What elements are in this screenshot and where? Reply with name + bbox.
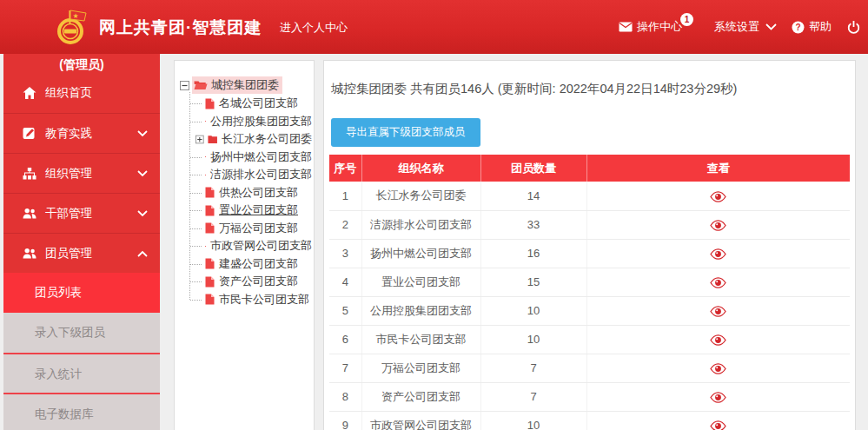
logout-button[interactable] [846,20,861,35]
export-members-button[interactable]: 导出直属下级团支部成员 [331,118,480,147]
file-icon [205,187,215,198]
table-row: 9 市政管网公司团支部 10 [329,411,850,430]
row-org-name: 置业公司团支部 [361,268,480,296]
file-icon [205,294,215,305]
row-no: 6 [329,325,361,354]
tree-node[interactable]: 置业公司团支部 [184,202,312,220]
top-header: ★ 网上共青团·智慧团建 进入个人中心 操作中心 1 系统设置 ? 帮助 [0,0,868,54]
row-no: 8 [329,382,361,411]
chevron-up-icon [137,250,148,257]
home-icon [23,87,37,99]
sidebar-item-cadre-management[interactable]: 干部管理 [3,193,160,233]
view-eye-icon[interactable] [710,248,726,260]
table-header-row: 序号 组织名称 团员数量 查看 [329,155,850,182]
tree-node[interactable]: 建盛公司团支部 [184,255,312,274]
view-eye-icon[interactable] [710,191,726,202]
file-icon [205,151,206,162]
power-icon [846,20,861,35]
file-icon [205,205,215,216]
envelope-icon [619,22,633,32]
row-org-name: 市政管网公司团支部 [361,411,480,430]
sidebar-nav: (管理员) 组织首页 教育实践 组织管理 干部管理 团员管理 团员列表 [3,54,160,430]
collapse-box-icon[interactable] [180,81,189,90]
row-member-count: 16 [480,239,586,268]
row-no: 3 [329,239,361,268]
col-header-member-count: 团员数量 [480,155,586,182]
row-org-name: 万福公司团支部 [361,354,480,382]
users-icon [23,248,37,259]
sidebar-item-label: 教育实践 [45,126,137,142]
file-icon [205,98,215,109]
main-content-panel: 城控集团团委 共有团员146人 (更新时间: 2022年04月22日14时23分… [323,60,856,430]
view-eye-icon[interactable] [710,306,726,317]
view-eye-icon[interactable] [710,277,726,288]
tree-node[interactable]: 市民卡公司团支部 [184,291,312,309]
table-row: 8 资产公司团支部 7 [329,382,850,411]
action-center-button[interactable]: 操作中心 1 [619,19,699,35]
row-org-name: 洁源排水公司团支部 [361,210,480,239]
tree-node[interactable]: 万福公司团支部 [184,220,312,238]
sidebar-item-label: 组织首页 [45,85,148,101]
table-row: 2 洁源排水公司团支部 33 [329,210,850,239]
tree-node-label: 城控集团团委 [211,77,279,93]
row-org-name: 扬州中燃公司团支部 [361,239,480,268]
tree-node-root[interactable]: 城控集团团委 [180,76,312,95]
file-icon [205,222,215,234]
system-settings-label: 系统设置 [714,19,759,35]
submenu-item-entry-statistics[interactable]: 录入统计 [3,353,160,393]
tree-node[interactable]: 公用控股集团团支部 [184,113,312,131]
tree-node[interactable]: 洁源排水公司团支部 [184,166,312,184]
row-no: 9 [329,411,361,430]
view-eye-icon[interactable] [710,220,726,231]
row-member-count: 7 [480,354,586,382]
expand-box-icon[interactable] [195,135,204,144]
enter-personal-center-link[interactable]: 进入个人中心 [280,20,348,36]
table-row: 4 置业公司团支部 15 [329,268,850,296]
row-no: 4 [329,268,361,296]
tree-node[interactable]: 资产公司团支部 [184,273,312,291]
table-row: 7 万福公司团支部 7 [329,354,850,382]
sidebar-item-label: 组织管理 [45,166,137,182]
sidebar-item-org-home[interactable]: 组织首页 [3,73,160,113]
row-org-name: 资产公司团支部 [361,382,480,411]
tree-node[interactable]: 供热公司团支部 [184,184,312,202]
tree-node[interactable]: 扬州中燃公司团支部 [184,149,312,167]
table-row: 6 市民卡公司团支部 10 [329,325,850,354]
help-label: 帮助 [809,19,832,35]
row-member-count: 10 [480,325,586,354]
row-member-count: 10 [480,296,586,325]
view-eye-icon[interactable] [710,363,726,374]
org-summary-title: 城控集团团委 共有团员146人 (更新时间: 2022年04月22日14时23分… [331,81,850,97]
table-row: 1 长江水务公司团委 14 [329,182,850,210]
row-no: 1 [329,182,361,210]
view-eye-icon[interactable] [710,392,726,403]
league-emblem-logo: ★ [50,7,90,47]
submenu-item-enter-subordinate-members[interactable]: 录入下级团员 [3,313,160,353]
tree-node[interactable]: 市政管网公司团支部 [184,237,312,255]
chevron-down-icon [765,23,777,30]
file-icon [205,276,215,288]
tree-node[interactable]: 名城公司团支部 [184,95,312,113]
sidebar-item-member-management[interactable]: 团员管理 [3,233,160,273]
row-member-count: 15 [480,268,586,296]
view-eye-icon[interactable] [710,334,726,346]
svg-text:★: ★ [72,12,78,20]
help-button[interactable]: ? 帮助 [792,19,832,35]
sidebar-item-education[interactable]: 教育实践 [3,113,160,153]
row-org-name: 长江水务公司团委 [361,182,480,210]
system-settings-button[interactable]: 系统设置 [714,19,777,35]
submenu-item-member-list[interactable]: 团员列表 [3,273,160,313]
sidebar-item-org-management[interactable]: 组织管理 [3,153,160,193]
file-icon [205,258,215,269]
file-icon [205,116,206,127]
tree-node[interactable]: 长江水务公司团委 [184,130,312,149]
svg-text:?: ? [795,23,800,32]
view-eye-icon[interactable] [710,420,726,430]
action-center-label: 操作中心 [637,19,682,35]
question-circle-icon: ? [792,21,805,34]
app-title: 网上共青团·智慧团建 [99,17,262,39]
submenu-item-electronic-database[interactable]: 电子数据库 [3,393,160,430]
role-label: (管理员) [3,54,160,73]
row-member-count: 33 [480,210,586,239]
notification-badge: 1 [680,13,693,26]
